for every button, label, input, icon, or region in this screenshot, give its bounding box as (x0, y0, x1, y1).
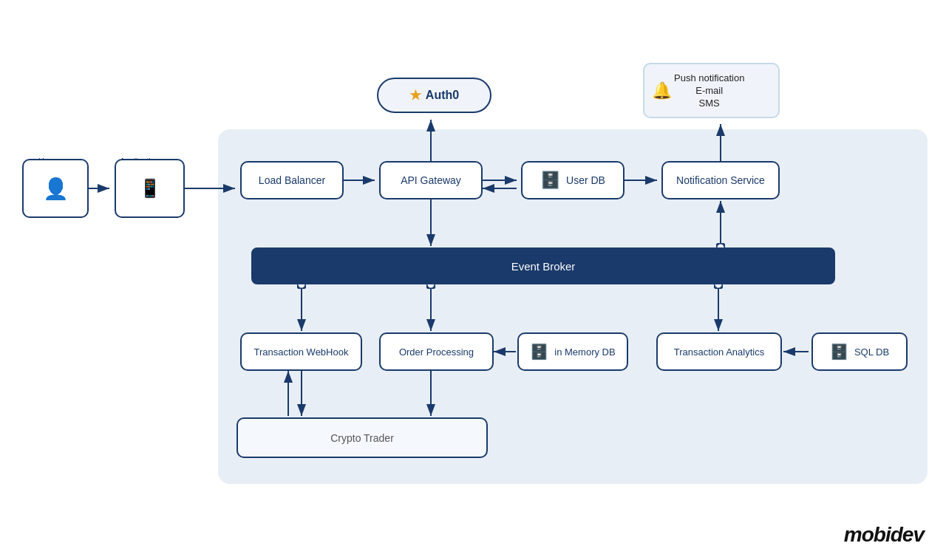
notif-line3: SMS (674, 98, 744, 109)
auth0-label: Auth0 (426, 89, 459, 102)
event-broker-box: Event Broker (251, 247, 835, 284)
crypto-trader-label: Crypto Trader (330, 432, 394, 444)
transaction-webhook-box: Transaction WebHook (240, 332, 362, 371)
diagram-container: ★ Auth0 🔔 Push notification E-mail SMS U… (0, 0, 946, 560)
event-broker-label: Event Broker (511, 260, 576, 273)
order-processing-box: Order Processing (379, 332, 494, 371)
user-icon: 👤 (43, 177, 69, 201)
api-gateway-label: API Gateway (401, 174, 461, 186)
in-memory-db-label: in Memory DB (554, 346, 615, 358)
user-db-label: User DB (566, 174, 605, 186)
logo-text: mobi (844, 523, 891, 546)
transaction-webhook-label: Transaction WebHook (254, 346, 349, 358)
phone-icon: 📱 (139, 178, 161, 199)
logo-italic: dev (891, 523, 924, 546)
mobidev-logo: mobidev (844, 523, 924, 547)
notification-service-label: Notification Service (676, 174, 765, 186)
transaction-analytics-label: Transaction Analytics (674, 346, 764, 358)
notif-line1: Push notification (674, 72, 744, 83)
db-icon: 🗄️ (540, 171, 560, 190)
order-processing-label: Order Processing (399, 346, 474, 358)
user-box: 👤 (22, 159, 89, 218)
notification-service-box: Notification Service (661, 161, 780, 199)
crypto-trader-box: Crypto Trader (236, 417, 488, 458)
load-balancer-box: Load Balancer (240, 161, 344, 199)
bell-icon: 🔔 (652, 81, 672, 100)
auth0-icon: ★ (409, 87, 421, 103)
transaction-analytics-box: Transaction Analytics (656, 332, 782, 371)
load-balancer-label: Load Balancer (259, 174, 325, 186)
sql-db-label: SQL DB (854, 346, 889, 358)
sqldb-icon: 🗄️ (830, 343, 848, 361)
application-box: 📱 (115, 159, 185, 218)
notif-line2: E-mail (674, 85, 744, 96)
notification-info-box: 🔔 Push notification E-mail SMS (643, 63, 780, 118)
auth0-box: ★ Auth0 (377, 78, 491, 113)
memdb-icon: 🗄️ (530, 343, 548, 361)
in-memory-db-box: 🗄️ in Memory DB (517, 332, 628, 371)
user-db-box: 🗄️ User DB (521, 161, 625, 199)
api-gateway-box: API Gateway (379, 161, 483, 199)
sql-db-box: 🗄️ SQL DB (811, 332, 908, 371)
